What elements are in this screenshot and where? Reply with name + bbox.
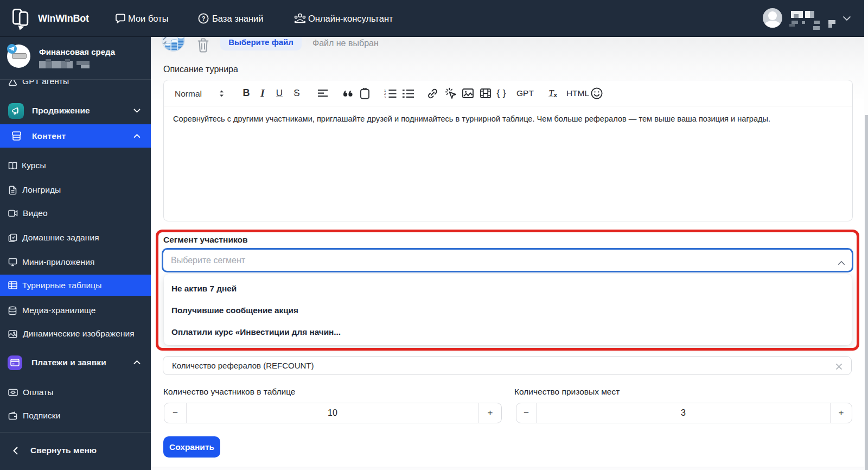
svg-text:3: 3 — [384, 96, 386, 98]
svg-text:1: 1 — [384, 89, 386, 92]
svg-text:2: 2 — [384, 92, 386, 96]
svg-text:?: ? — [202, 15, 206, 22]
